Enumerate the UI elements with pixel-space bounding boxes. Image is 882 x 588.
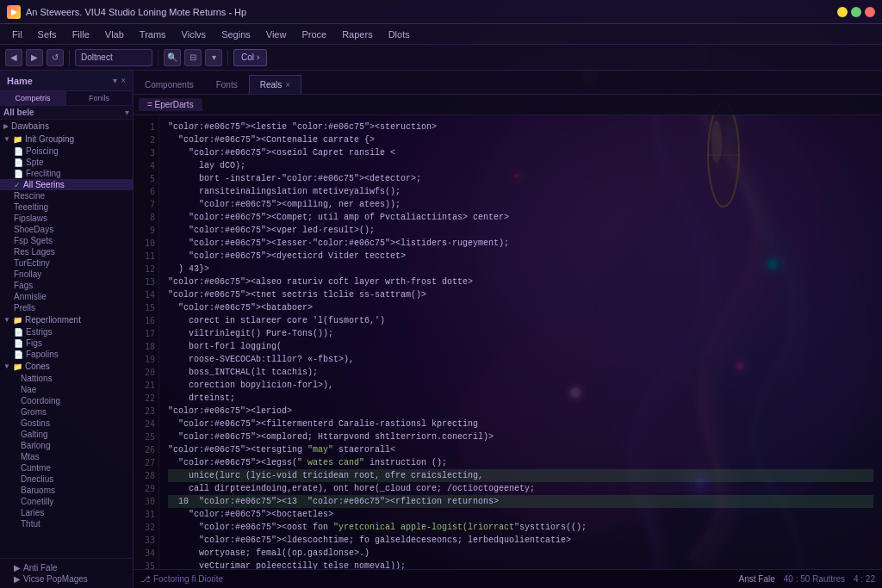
code-line: ) 43}> [168,263,873,275]
code-line: veCturimar poleecctilly telse nomeval)); [168,560,873,569]
search-button[interactable]: 🔍 [164,49,181,66]
sidebar-tab-competris[interactable]: Competris [0,91,66,105]
minimize-button[interactable] [837,7,848,17]
toolbar-separator-3 [227,50,228,65]
sidebar-item-spte[interactable]: 📄 Spte [0,157,133,168]
maximize-button[interactable] [851,7,861,17]
sidebar-item-nae[interactable]: Nae [0,384,133,395]
sidebar-item-coordoing[interactable]: Coordoing [0,395,133,406]
code-line: bort-forl logging( [168,340,873,353]
sidebar-item-all-seerins[interactable]: ✓ All Seerins [0,179,133,190]
sidebar-item-mtas[interactable]: Mtas [0,451,133,462]
sidebar-expand-btn[interactable]: ▾ [113,76,117,85]
col-label: Col [241,53,254,62]
code-editor[interactable]: "color:#e06c75"><lestie "color:#e06c75">… [159,115,882,569]
sidebar-item-prells[interactable]: Prells [0,302,133,313]
sec-tab-eperDarts[interactable]: = EperDarts [139,98,202,111]
sidebar-close-btn[interactable]: × [121,76,126,85]
code-line: "color:#e06c75"><omplored; Httarpvond sh… [168,430,873,443]
sidebar-item-baruoms[interactable]: Baruoms [0,485,133,496]
dawbains-label: Dawbains [11,121,49,131]
window-title: An Steweers. VIU4 Studio Loning Mote Ret… [26,7,246,17]
menu-dlots[interactable]: Dlots [382,28,417,41]
sidebar-title: Hame [7,76,33,86]
menu-viclvs[interactable]: Viclvs [175,28,214,41]
code-line: boss_INTCHAL(lt tcachis); [168,366,873,379]
sidebar-item-cuntme[interactable]: Cuntme [0,462,133,473]
sidebar-section-dawbains[interactable]: ▶ Dawbains [0,120,133,133]
code-line: "color:#e06c75"><leriod> [168,405,873,418]
status-right: Anst Fale 40 : 50 Rauttres 4 : 22 [739,574,875,584]
status-encoding: Anst Fale [739,574,775,584]
sidebar-item-galting[interactable]: Galting [0,429,133,440]
menu-fil[interactable]: Fil [5,28,29,41]
menu-bar: Fil Sefs Fille Vlab Trams Viclvs Segins … [0,24,882,45]
sidebar-item-laries[interactable]: Laries [0,507,133,518]
menu-view[interactable]: View [259,28,294,41]
code-line: "color:#e06c75"><boctaetles> [168,508,873,521]
status-bar: ⎇ Foctoring fi Diorite Anst Fale 40 : 50… [134,569,882,588]
sidebar-item-res-lages[interactable]: Res Lages [0,246,133,257]
tab-reals[interactable]: Reals × [249,75,301,94]
tab-close-reals[interactable]: × [285,80,290,90]
sidebar-item-dneclius[interactable]: Dneclius [0,473,133,485]
sidebar-item-conetilly[interactable]: Conetilly [0,496,133,507]
code-line: "color:#e06c75"><ompiling, ner atees)); [168,198,873,211]
tab-components[interactable]: Components [134,75,205,94]
sidebar-section-init[interactable]: ▼ 📁 Init Grouping [0,133,133,145]
code-line: "color:#e06c75"><legss(" wates cand" ins… [168,456,873,469]
sidebar-header: Hame ▾ × [0,71,133,91]
sidebar-item-figs[interactable]: 📄 Figs [0,337,133,349]
sidebar-tab-fonils[interactable]: Fonils [66,91,133,105]
status-position: 4 : 22 [854,574,875,584]
sidebar-item-estrigs[interactable]: 📄 Estrigs [0,326,133,337]
code-line: "color:#e06c75"><vper led·result>(); [168,224,873,237]
menu-vlab[interactable]: Vlab [98,28,131,41]
sidebar-item-poiscing[interactable]: 📄 Poiscing [0,145,133,157]
sidebar-item-groms[interactable]: Groms [0,406,133,418]
sidebar-section-reperlionment[interactable]: ▼ 📁 Reperlionment [0,313,133,326]
menu-sefs[interactable]: Sefs [31,28,64,41]
sidebar-item-shoedays[interactable]: ShoeDays [0,224,133,235]
connection-input[interactable] [75,49,152,66]
code-line: "color:#e06c75"><oost fon "yretconical a… [168,521,873,534]
sidebar-item-nattions[interactable]: Nattions [0,373,133,384]
sidebar-item-teeelting[interactable]: Teeelting [0,201,133,213]
code-line: roose-SVECOCAb:tlllor? «-fbst>), [168,353,873,366]
sidebar-item-barlong[interactable]: Barlong [0,440,133,451]
sidebar-item-gostins[interactable]: Gostins [0,418,133,429]
sidebar-item-frecliting[interactable]: 📄 Frecliting [0,168,133,179]
sidebar-section-cones[interactable]: ▼ 📁 Cones [0,360,133,373]
tab-fonts[interactable]: Fonts [205,75,249,94]
sidebar-item-anmislie[interactable]: Anmislie [0,291,133,302]
sidebar-item-fsp-sgets[interactable]: Fsp Sgets [0,235,133,246]
col-badge[interactable]: Col › [233,49,267,66]
sidebar-item-fags[interactable]: Fags [0,280,133,291]
code-line: viltrinlegit() Pure-Tons()); [168,327,873,340]
refresh-button[interactable]: ↺ [47,49,64,66]
view-toggle-button[interactable]: ⊟ [184,49,202,66]
sidebar-item-vicse-popmages[interactable]: ▶ Vicse PopMages [0,573,133,585]
center-panel: Components Fonts Reals × = EperDarts 123… [134,71,882,588]
section-dropdown[interactable]: ▾ [125,108,129,117]
menu-rapers[interactable]: Rapers [335,28,379,41]
sidebar-item-thtut[interactable]: Thtut [0,518,133,529]
code-line: ransiteinalingslation mtetiveyaliwfs(); [168,185,873,198]
sidebar-tabs: Competris Fonils [0,91,133,106]
dropdown-button[interactable]: ▾ [205,49,222,66]
forward-button[interactable]: ▶ [26,49,43,66]
sidebar-item-fnollay[interactable]: Fnollay [0,269,133,280]
menu-fille[interactable]: Fille [65,28,96,41]
sidebar: Hame ▾ × Competris Fonils All bele ▾ ▶ D… [0,71,134,588]
menu-trams[interactable]: Trams [133,28,173,41]
menu-segins[interactable]: Segins [214,28,258,41]
close-button[interactable] [865,7,875,17]
sidebar-item-rescine[interactable]: Rescine [0,190,133,201]
back-button[interactable]: ◀ [5,49,22,66]
reper-label: Reperlionment [25,315,81,325]
sidebar-item-turectiny[interactable]: TurEctiny [0,257,133,269]
menu-proce[interactable]: Proce [295,28,333,41]
sidebar-item-anti-fale[interactable]: ▶ Anti Fale [0,562,133,573]
sidebar-item-fapolins[interactable]: 📄 Fapolins [0,349,133,360]
sidebar-item-fipslaws[interactable]: Fipslaws [0,213,133,224]
